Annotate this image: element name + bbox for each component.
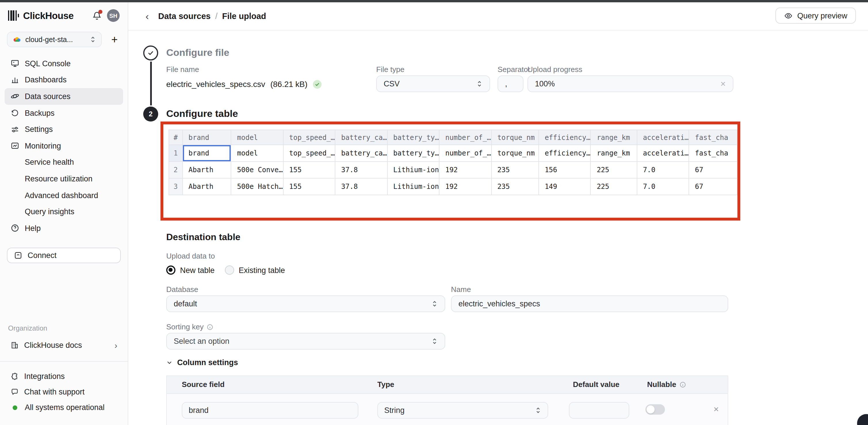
connect-button[interactable]: Connect (7, 247, 121, 263)
row-number-header: # (169, 130, 182, 145)
file-type-select[interactable]: CSV (376, 76, 490, 92)
separator-label: Separator (498, 65, 530, 74)
sidebar-item-chat-support[interactable]: Chat with support (0, 384, 128, 400)
corner-widget[interactable] (857, 414, 868, 425)
sidebar-item-sql-console[interactable]: SQL Console (5, 55, 123, 72)
preview-cell[interactable]: torque_nm (491, 145, 539, 162)
type-select[interactable]: String (377, 402, 548, 419)
preview-cell[interactable]: range_km (591, 145, 637, 162)
column-settings-header: Source field Type Default value Nullable (167, 376, 727, 394)
table-name-input[interactable]: electric_vehicles_specs (451, 295, 728, 312)
radio-new-table[interactable]: New table (166, 265, 215, 275)
puzzle-icon (10, 372, 19, 381)
page-header: ‹ Data sources / File upload Query previ… (128, 2, 868, 30)
chevron-updown-icon (90, 36, 96, 43)
preview-cell[interactable]: 37.8 (335, 162, 387, 178)
preview-cell[interactable]: battery_ty… (387, 145, 439, 162)
destination-table-title: Destination table (166, 232, 241, 243)
clickhouse-logo-icon (8, 10, 19, 21)
preview-cell[interactable]: accelerati… (637, 145, 689, 162)
preview-cell[interactable]: 156 (539, 162, 591, 178)
file-size-value: (86.21 kB) (270, 80, 307, 89)
preview-cell[interactable]: Lithium-ion (387, 178, 439, 195)
sidebar-item-service-health[interactable]: Service health (5, 154, 123, 170)
preview-cell[interactable]: fast_cha (689, 145, 737, 162)
sidebar-item-clickhouse-docs[interactable]: ClickHouse docs › (0, 337, 128, 353)
column-settings-toggle[interactable]: Column settings (166, 358, 238, 367)
sorting-key-select[interactable]: Select an option (166, 333, 445, 349)
sidebar-item-dashboards[interactable]: Dashboards (5, 72, 123, 88)
eye-icon (784, 11, 793, 20)
close-icon[interactable]: ✕ (720, 80, 726, 88)
preview-cell[interactable]: 155 (283, 162, 335, 178)
avatar[interactable]: SH (107, 9, 120, 22)
radio-existing-table[interactable]: Existing table (225, 265, 285, 275)
sidebar-item-resource-utilization[interactable]: Resource utilization (5, 170, 123, 187)
preview-cell[interactable]: Abarth (182, 178, 231, 195)
preview-cell[interactable]: Abarth (182, 162, 231, 178)
configure-file-title: Configure file (166, 47, 229, 59)
sorting-key-label: Sorting key (166, 322, 213, 331)
preview-cell[interactable]: 155 (283, 178, 335, 195)
preview-cell[interactable]: 7.0 (637, 178, 689, 195)
preview-cell[interactable]: 500e Conve… (231, 162, 283, 178)
monitoring-chart-icon (10, 141, 20, 150)
service-selector[interactable]: cloud-get-sta... (7, 32, 102, 47)
breadcrumb-data-sources[interactable]: Data sources (158, 11, 211, 21)
sidebar-item-monitoring[interactable]: Monitoring (5, 138, 123, 154)
preview-cell[interactable]: 7.0 (637, 162, 689, 178)
sidebar-item-help[interactable]: Help (5, 220, 123, 236)
sidebar-item-integrations[interactable]: Integrations (0, 369, 128, 384)
remove-column-icon[interactable]: ✕ (713, 405, 719, 414)
query-preview-button[interactable]: Query preview (775, 7, 856, 24)
sidebar-item-query-insights[interactable]: Query insights (5, 204, 123, 220)
preview-cell[interactable]: model (231, 145, 283, 162)
separator-input[interactable]: , (498, 76, 523, 92)
configure-table-title: Configure table (166, 108, 238, 120)
add-service-button[interactable]: + (108, 33, 121, 46)
preview-cell[interactable]: battery_ca… (335, 145, 387, 162)
sidebar-item-backups[interactable]: Backups (5, 105, 123, 121)
sidebar: ClickHouse SH (0, 2, 128, 425)
preview-cell[interactable]: 67 (689, 162, 737, 178)
preview-cell[interactable]: 225 (591, 162, 637, 178)
preview-column-header: fast_cha (689, 130, 737, 145)
sidebar-item-advanced-dashboard[interactable]: Advanced dashboard (5, 187, 123, 204)
preview-cell[interactable]: 235 (491, 178, 539, 195)
step-1-indicator (143, 46, 158, 60)
preview-cell[interactable]: Lithium-ion (387, 162, 439, 178)
help-icon (10, 223, 20, 233)
preview-cell[interactable]: 37.8 (335, 178, 387, 195)
radio-selected-icon[interactable] (166, 265, 176, 275)
status-dot (13, 405, 17, 410)
preview-cell[interactable]: 192 (439, 178, 491, 195)
file-success-badge (313, 80, 321, 88)
preview-cell[interactable]: 149 (539, 178, 591, 195)
preview-cell[interactable]: number_of_… (439, 145, 491, 162)
nullable-toggle[interactable] (645, 404, 665, 415)
preview-cell[interactable]: 67 (689, 178, 737, 195)
preview-cell[interactable]: 192 (439, 162, 491, 178)
step-2-indicator: 2 (143, 107, 158, 121)
back-button[interactable]: ‹ (146, 11, 149, 21)
sidebar-item-data-sources[interactable]: Data sources (5, 88, 123, 105)
default-value-input[interactable] (569, 402, 629, 419)
preview-cell[interactable]: 225 (591, 178, 637, 195)
sliders-icon (10, 125, 20, 134)
preview-column-header: model (231, 130, 283, 145)
chevron-updown-icon (476, 80, 483, 88)
source-field-input[interactable]: brand (182, 402, 359, 419)
notifications-bell-icon[interactable] (91, 10, 102, 21)
preview-cell[interactable]: top_speed_… (283, 145, 335, 162)
preview-cell[interactable]: 235 (491, 162, 539, 178)
radio-unselected-icon[interactable] (225, 265, 234, 275)
database-label: Database (166, 285, 198, 294)
file-name-label: File name (166, 65, 199, 74)
system-status[interactable]: All systems operational (0, 400, 128, 415)
sidebar-item-settings[interactable]: Settings (5, 121, 123, 138)
preview-cell[interactable]: brand (182, 145, 231, 162)
database-select[interactable]: default (166, 295, 445, 312)
chevron-updown-icon (431, 300, 438, 308)
preview-cell[interactable]: efficiency… (539, 145, 591, 162)
preview-cell[interactable]: 500e Hatch… (231, 178, 283, 195)
